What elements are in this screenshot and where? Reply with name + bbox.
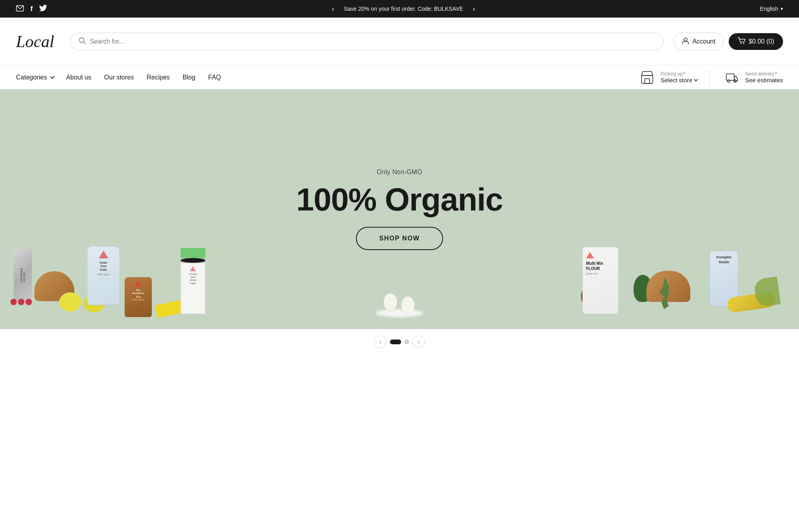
language-selector[interactable]: English ▾ (760, 6, 783, 12)
pickup-text: Picking up? Select store (661, 71, 697, 83)
search-icon (79, 37, 86, 46)
account-button[interactable]: Account (674, 33, 724, 50)
language-chevron-icon: ▾ (781, 6, 783, 12)
raspberries (10, 299, 32, 305)
cart-icon (737, 37, 745, 46)
promo-next-button[interactable]: › (469, 3, 478, 15)
language-label: English (760, 6, 778, 12)
nav-links: Categories About us Our stores Recipes B… (16, 67, 638, 88)
hero-banner: ORANGEJUICE GrainFreePuffs 100% organic (0, 89, 799, 329)
nav-divider (710, 69, 710, 85)
nav-store-options: Picking up? Select store Need delivery? (638, 69, 783, 86)
grain-free-puffs-bag: GrainFreePuffs 100% organic (87, 246, 120, 305)
nav-item-faq[interactable]: FAQ (208, 67, 221, 88)
orange-juice-can: ORANGEJUICE (14, 249, 32, 301)
delivery-section[interactable]: Need delivery? See estimates (723, 69, 783, 86)
delivery-value: See estimates (745, 77, 783, 83)
delivery-icon (723, 69, 740, 86)
pickup-section[interactable]: Picking up? Select store (638, 69, 697, 86)
svg-rect-6 (642, 75, 653, 83)
multi-mix-flour-bag: Multi MixFLOUR gluten free (582, 247, 618, 314)
facebook-icon[interactable]: f (30, 5, 33, 13)
pickup-label: Picking up? (661, 71, 697, 77)
sea-buckthorn-jam: SeaBuckthornJam 100% organic (125, 277, 152, 317)
coconut-drink-carton: Coconutdrinkwithoutsugar (181, 248, 205, 314)
carousel-prev-button[interactable]: ‹ (374, 335, 387, 348)
carousel-dot-2[interactable] (404, 339, 409, 344)
carousel-controls: ‹ › (0, 329, 799, 355)
pickup-value: Select store (661, 77, 697, 83)
cart-button[interactable]: $0.00 (0) (729, 33, 783, 50)
nav-item-categories[interactable]: Categories (16, 67, 53, 88)
nav-item-about[interactable]: About us (66, 67, 91, 88)
nav-bar: Categories About us Our stores Recipes B… (0, 66, 799, 89)
search-bar[interactable] (70, 33, 664, 50)
svg-point-5 (743, 43, 744, 44)
svg-line-2 (83, 42, 85, 44)
delivery-label: Need delivery? (745, 71, 783, 77)
top-bar: f ‹ Save 20% on your first order. Code: … (0, 0, 799, 18)
store-icon (638, 69, 656, 86)
header-actions: Account $0.00 (0) (674, 33, 783, 50)
herbs (659, 277, 671, 309)
categories-chevron-icon (50, 74, 55, 79)
social-icons: f (16, 5, 47, 13)
svg-point-4 (740, 43, 741, 44)
twitter-icon[interactable] (39, 5, 47, 13)
logo[interactable]: Local (16, 32, 54, 51)
nav-item-stores[interactable]: Our stores (104, 67, 134, 88)
svg-rect-7 (645, 79, 650, 83)
hero-subtitle: Only Non-GMO (377, 169, 422, 176)
email-icon[interactable] (16, 5, 24, 13)
svg-rect-9 (726, 74, 734, 80)
svg-point-3 (684, 38, 687, 41)
corn (727, 295, 775, 310)
account-label: Account (692, 38, 716, 45)
header: Local Account (0, 18, 799, 66)
delivery-text: Need delivery? See estimates (745, 71, 783, 83)
cart-label: $0.00 (0) (749, 38, 774, 45)
carousel-dot-1[interactable] (390, 339, 401, 344)
nav-item-recipes[interactable]: Recipes (147, 67, 170, 88)
promo-text: Save 20% on your first order. Code: BULK… (344, 6, 463, 12)
hero-title: 100% Organic (296, 184, 503, 216)
pickup-chevron-icon (694, 77, 698, 81)
carousel-next-button[interactable]: › (412, 335, 425, 348)
account-icon (682, 37, 689, 46)
promo-banner: ‹ Save 20% on your first order. Code: BU… (47, 3, 760, 15)
shop-now-button[interactable]: SHOP NOW (356, 227, 443, 250)
nav-item-blog[interactable]: Blog (183, 67, 195, 88)
promo-prev-button[interactable]: ‹ (329, 3, 338, 15)
hero-content: Only Non-GMO 100% Organic SHOP NOW (296, 169, 503, 250)
eggs (384, 293, 415, 314)
search-input[interactable] (90, 38, 656, 45)
